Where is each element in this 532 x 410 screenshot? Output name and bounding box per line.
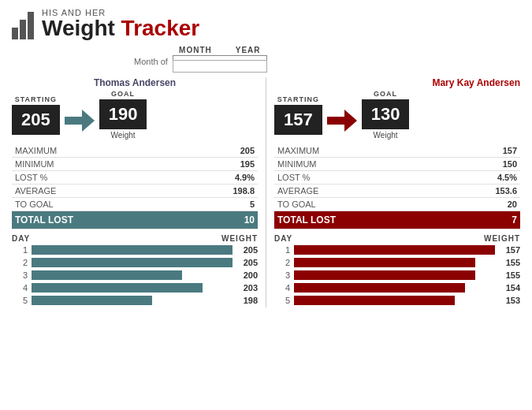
right-chart: DAY WEIGHT 1 157 2 155 3 xyxy=(274,234,520,306)
right-chart-row-3: 3 155 xyxy=(274,270,520,281)
left-bar-fill-5 xyxy=(32,296,152,305)
right-avg-label: AVERAGE xyxy=(274,184,434,198)
left-chart-header: DAY WEIGHT xyxy=(12,234,258,243)
header-title: Weight Tracker xyxy=(42,17,199,39)
logo-bar-3 xyxy=(28,12,34,39)
right-arrow-head xyxy=(344,110,357,132)
left-day-1: 1 xyxy=(12,245,28,255)
left-avg-label: AVERAGE xyxy=(12,184,172,198)
right-stat-togoal: TO GOAL 20 xyxy=(274,198,520,211)
right-person-section: Mary Kay Andersen STARTING 157 GOAL 130 … xyxy=(274,77,520,308)
month-year-input[interactable] xyxy=(173,60,267,73)
right-weight-row: STARTING 157 GOAL 130 Weight xyxy=(274,90,520,140)
left-chart-weight-label: WEIGHT xyxy=(221,234,258,243)
right-starting-label: STARTING xyxy=(277,95,319,103)
left-stat-togoal: TO GOAL 5 xyxy=(12,198,258,211)
left-bar-fill-4 xyxy=(32,283,203,293)
left-day-2: 2 xyxy=(12,258,28,267)
left-total-label: TOTAL LOST xyxy=(12,211,172,229)
right-bar-5 xyxy=(294,295,495,306)
right-weight-label: Weight xyxy=(374,131,398,140)
left-chart-row-5: 5 198 xyxy=(12,295,258,306)
left-goal-value: 190 xyxy=(99,99,147,129)
right-arrow-body xyxy=(327,117,344,125)
left-stats-table: MAXIMUM 205 MINIMUM 195 LOST % 4.9% AVER… xyxy=(12,144,258,229)
left-bar-fill-2 xyxy=(32,258,233,267)
left-lostpct-value: 4.9% xyxy=(172,171,258,184)
right-chart-row-2: 2 155 xyxy=(274,257,520,268)
logo-bar-2 xyxy=(20,20,26,39)
left-chart-row-2: 2 205 xyxy=(12,257,258,268)
left-bar-fill-1 xyxy=(32,245,233,255)
right-arrow xyxy=(327,110,357,132)
right-max-value: 157 xyxy=(434,144,520,158)
right-bar-fill-3 xyxy=(294,270,475,280)
left-val-5: 198 xyxy=(233,296,258,305)
right-bar-fill-1 xyxy=(294,245,495,255)
left-bar-5 xyxy=(32,295,233,306)
right-togoal-value: 20 xyxy=(434,198,520,211)
year-label: YEAR xyxy=(236,46,261,54)
right-chart-day-label: DAY xyxy=(274,234,292,243)
left-bar-fill-3 xyxy=(32,270,182,280)
left-chart-row-4: 4 203 xyxy=(12,282,258,293)
right-day-4: 4 xyxy=(274,283,290,293)
right-stat-total: TOTAL LOST 7 xyxy=(274,211,520,229)
right-day-3: 3 xyxy=(274,270,290,280)
left-person-name: Thomas Andersen xyxy=(94,77,176,88)
right-stat-max: MAXIMUM 157 xyxy=(274,144,520,158)
right-chart-row-4: 4 154 xyxy=(274,282,520,293)
left-val-4: 203 xyxy=(233,283,258,293)
left-starting-col: STARTING 205 xyxy=(12,95,60,135)
header-title-red: Tracker xyxy=(121,16,200,40)
left-arrow xyxy=(65,110,95,132)
left-weight-row: STARTING 205 GOAL 190 Weight xyxy=(12,90,258,140)
left-max-value: 205 xyxy=(172,144,258,158)
right-avg-value: 153.6 xyxy=(434,184,520,198)
right-val-2: 155 xyxy=(495,258,520,267)
right-bar-3 xyxy=(294,270,495,281)
right-chart-row-5: 5 153 xyxy=(274,295,520,306)
right-bar-fill-4 xyxy=(294,283,465,293)
left-val-2: 205 xyxy=(233,258,258,267)
left-max-label: MAXIMUM xyxy=(12,144,172,158)
left-togoal-label: TO GOAL xyxy=(12,198,172,211)
right-chart-header: DAY WEIGHT xyxy=(274,234,520,243)
right-val-1: 157 xyxy=(495,245,520,255)
right-bar-2 xyxy=(294,257,495,268)
right-starting-value: 157 xyxy=(274,105,322,135)
left-stat-total: TOTAL LOST 10 xyxy=(12,211,258,229)
month-year-block: MONTH YEAR xyxy=(173,46,267,73)
header-title-black: Weight xyxy=(42,16,115,40)
header-text: HIS AND HER Weight Tracker xyxy=(42,8,199,39)
left-stat-avg: AVERAGE 198.8 xyxy=(12,184,258,198)
right-stat-min: MINIMUM 150 xyxy=(274,158,520,171)
right-lostpct-value: 4.5% xyxy=(434,171,520,184)
left-day-3: 3 xyxy=(12,270,28,280)
right-total-value: 7 xyxy=(434,211,520,229)
right-day-2: 2 xyxy=(274,258,290,267)
left-bar-4 xyxy=(32,282,233,293)
arrow-head xyxy=(82,110,95,132)
left-day-4: 4 xyxy=(12,283,28,293)
right-max-label: MAXIMUM xyxy=(274,144,434,158)
left-goal-label: GOAL xyxy=(111,90,135,98)
right-bar-fill-2 xyxy=(294,258,475,267)
right-stats-table: MAXIMUM 157 MINIMUM 150 LOST % 4.5% AVER… xyxy=(274,144,520,229)
right-goal-value: 130 xyxy=(362,99,410,129)
left-chart-row-3: 3 200 xyxy=(12,270,258,281)
right-total-label: TOTAL LOST xyxy=(274,211,434,229)
right-val-3: 155 xyxy=(495,270,520,280)
main-content: Thomas Andersen STARTING 205 GOAL 190 We… xyxy=(12,77,520,308)
month-year-row: Month of MONTH YEAR xyxy=(12,46,520,73)
left-val-1: 205 xyxy=(233,245,258,255)
left-val-3: 200 xyxy=(233,270,258,280)
right-lostpct-label: LOST % xyxy=(274,171,434,184)
left-total-value: 10 xyxy=(172,211,258,229)
logo-bar-1 xyxy=(12,28,18,39)
left-person-section: Thomas Andersen STARTING 205 GOAL 190 We… xyxy=(12,77,258,308)
right-val-5: 153 xyxy=(495,296,520,305)
left-min-label: MINIMUM xyxy=(12,158,172,171)
my-labels: MONTH YEAR xyxy=(179,46,260,54)
left-lostpct-label: LOST % xyxy=(12,171,172,184)
